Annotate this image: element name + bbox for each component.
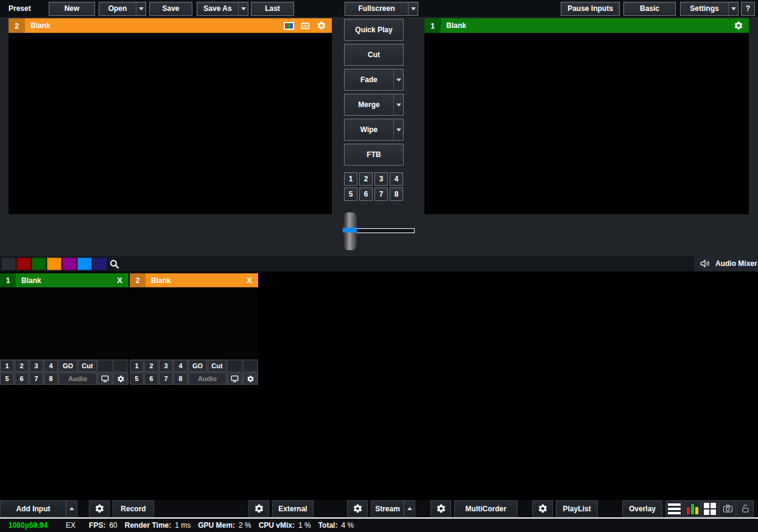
- help-button[interactable]: ?: [741, 2, 755, 16]
- input1-shortcut-4[interactable]: 4: [44, 360, 58, 372]
- layout-grid-button[interactable]: [701, 500, 718, 517]
- wipe-button-group[interactable]: Wipe: [344, 119, 404, 141]
- audio-meters-button[interactable]: [684, 500, 701, 517]
- add-input-dropdown-button[interactable]: [66, 501, 77, 516]
- save-as-button[interactable]: Save As: [197, 2, 238, 15]
- cut-button[interactable]: Cut: [344, 44, 404, 66]
- fullscreen-dropdown-button[interactable]: [408, 2, 418, 15]
- input1-shortcut-3[interactable]: 3: [29, 360, 43, 372]
- open-button[interactable]: Open: [99, 2, 136, 15]
- fade-dropdown-button[interactable]: [393, 69, 403, 90]
- fullscreen-button[interactable]: Fullscreen: [345, 2, 408, 15]
- category-swatch-red[interactable]: [16, 257, 31, 270]
- external-settings-button[interactable]: [248, 500, 269, 517]
- input1-fullscreen-button[interactable]: [97, 373, 113, 385]
- multicorder-button[interactable]: MultiCorder: [454, 500, 518, 517]
- settings-button-group[interactable]: Settings: [680, 2, 739, 16]
- tbar-fader-handle[interactable]: [343, 212, 357, 250]
- multicorder-settings-button[interactable]: [430, 500, 451, 517]
- input1-title-bar[interactable]: 1 Blank X: [0, 273, 128, 287]
- stream-button[interactable]: Stream: [371, 501, 404, 516]
- external-button[interactable]: External: [272, 500, 314, 517]
- fade-button[interactable]: Fade: [345, 69, 393, 90]
- settings-dropdown-button[interactable]: [728, 2, 738, 15]
- input2-close-button[interactable]: X: [247, 276, 252, 285]
- ftb-button[interactable]: FTB: [344, 144, 404, 166]
- save-as-button-group[interactable]: Save As: [197, 2, 248, 16]
- input2-shortcut-1[interactable]: 1: [130, 360, 144, 372]
- save-as-dropdown-button[interactable]: [238, 2, 248, 15]
- fullscreen-button-group[interactable]: Fullscreen: [345, 2, 418, 16]
- search-button[interactable]: [108, 257, 121, 270]
- category-swatch-purple[interactable]: [62, 257, 77, 270]
- menu-button[interactable]: [665, 500, 683, 517]
- input1-shortcut-8[interactable]: 8: [44, 373, 58, 385]
- record-settings-button[interactable]: [89, 500, 110, 517]
- stream-settings-button[interactable]: [347, 500, 368, 517]
- preview-video-area[interactable]: [9, 33, 332, 214]
- input2-shortcut-4[interactable]: 4: [174, 360, 188, 372]
- record-button[interactable]: Record: [113, 500, 154, 517]
- category-swatch-blue[interactable]: [77, 257, 92, 270]
- quick-play-button[interactable]: Quick Play: [344, 19, 404, 41]
- overlay-button-8[interactable]: 8: [390, 187, 403, 201]
- add-input-button-group[interactable]: Add Input: [0, 500, 77, 517]
- input2-shortcut-8[interactable]: 8: [174, 373, 188, 385]
- category-swatch-navy[interactable]: [93, 257, 107, 270]
- overlay-button-3[interactable]: 3: [374, 172, 388, 186]
- lock-button[interactable]: [737, 500, 754, 517]
- input1-shortcut-6[interactable]: 6: [15, 373, 29, 385]
- overlay-button[interactable]: Overlay: [622, 500, 662, 517]
- overlay-button-7[interactable]: 7: [374, 187, 388, 201]
- input1-audio-button[interactable]: Audio: [58, 373, 97, 385]
- merge-button[interactable]: Merge: [345, 94, 393, 115]
- stream-button-group[interactable]: Stream: [371, 500, 415, 517]
- input2-title-bar[interactable]: 2 Blank X: [130, 273, 258, 287]
- audio-mixer-tab[interactable]: Audio Mixer: [694, 256, 758, 271]
- color-bars-icon[interactable]: [284, 22, 294, 30]
- input1-shortcut-2[interactable]: 2: [15, 360, 29, 372]
- input2-cut-button[interactable]: Cut: [208, 360, 226, 372]
- input1-thumbnail[interactable]: [0, 287, 128, 359]
- last-button[interactable]: Last: [251, 2, 294, 16]
- save-button[interactable]: Save: [149, 2, 192, 16]
- input1-shortcut-7[interactable]: 7: [29, 373, 43, 385]
- input2-shortcut-7[interactable]: 7: [159, 373, 173, 385]
- input1-shortcut-5[interactable]: 5: [0, 373, 14, 385]
- new-button[interactable]: New: [49, 2, 95, 16]
- merge-button-group[interactable]: Merge: [344, 94, 404, 116]
- input2-shortcut-5[interactable]: 5: [130, 373, 144, 385]
- stream-dropdown-button[interactable]: [404, 501, 415, 516]
- input2-audio-button[interactable]: Audio: [188, 373, 226, 385]
- snapshot-button[interactable]: [719, 500, 736, 517]
- input2-go-button[interactable]: GO: [188, 360, 207, 372]
- playlist-settings-button[interactable]: [532, 500, 553, 517]
- wipe-dropdown-button[interactable]: [393, 119, 403, 140]
- overlay-button-1[interactable]: 1: [344, 172, 357, 186]
- input2-settings-button[interactable]: [243, 373, 258, 385]
- input1-go-button[interactable]: GO: [58, 360, 77, 372]
- gear-icon[interactable]: [734, 21, 743, 30]
- overlay-button-4[interactable]: 4: [390, 172, 403, 186]
- open-dropdown-button[interactable]: [136, 2, 146, 15]
- overlay-button-5[interactable]: 5: [344, 187, 357, 201]
- settings-button[interactable]: Settings: [681, 2, 728, 15]
- gear-icon[interactable]: [317, 21, 326, 30]
- open-button-group[interactable]: Open: [99, 2, 146, 16]
- input1-close-button[interactable]: X: [117, 276, 122, 285]
- category-swatch-orange[interactable]: [47, 257, 61, 270]
- category-swatch-none[interactable]: [1, 257, 16, 270]
- input2-thumbnail[interactable]: [130, 287, 258, 359]
- fade-button-group[interactable]: Fade: [344, 69, 404, 91]
- program-video-area[interactable]: [424, 33, 749, 214]
- monitor-icon[interactable]: [300, 21, 311, 30]
- pause-inputs-button[interactable]: Pause Inputs: [561, 2, 620, 16]
- category-swatch-green[interactable]: [32, 257, 46, 270]
- overlay-button-2[interactable]: 2: [359, 172, 373, 186]
- input1-cut-button[interactable]: Cut: [78, 360, 97, 372]
- input2-fullscreen-button[interactable]: [227, 373, 242, 385]
- merge-dropdown-button[interactable]: [393, 94, 403, 115]
- input2-shortcut-3[interactable]: 3: [159, 360, 173, 372]
- add-input-button[interactable]: Add Input: [1, 501, 66, 516]
- overlay-button-6[interactable]: 6: [359, 187, 373, 201]
